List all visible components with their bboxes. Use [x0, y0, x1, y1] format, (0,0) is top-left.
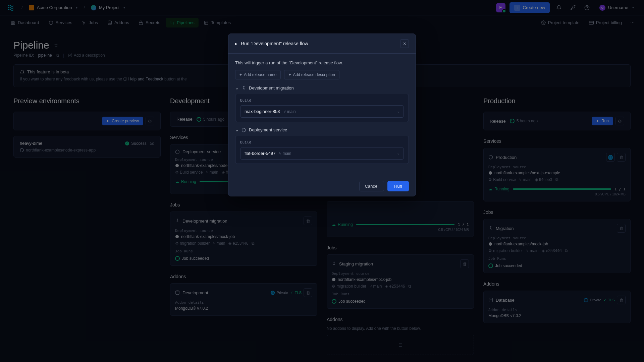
branch-icon: ⑂: [279, 151, 281, 156]
caret-right-icon: ▸: [235, 41, 237, 46]
chevron-down-icon: ⌄: [235, 127, 239, 132]
branch-icon: ⑂: [283, 109, 286, 114]
chevron-down-icon: ⌄: [397, 110, 399, 113]
section-toggle-deploy[interactable]: ⌄ Deployment service: [235, 127, 409, 132]
box-icon: [241, 128, 246, 132]
run-release-modal: ▸ Run "Development" release flow ✕ This …: [228, 34, 416, 196]
chevron-down-icon: ⌄: [397, 152, 399, 155]
build-box-1: Build max-beginner-853 ⑂main ⌄: [235, 94, 409, 122]
chevron-down-icon: ⌄: [235, 85, 239, 90]
run-button[interactable]: Run: [387, 181, 409, 191]
plus-icon: +: [288, 72, 291, 77]
svg-point-27: [244, 86, 244, 87]
close-icon[interactable]: ✕: [400, 39, 409, 48]
build-box-2: Build flat-border-5497 ⑂main ⌄: [235, 136, 409, 164]
build-select-2[interactable]: flat-border-5497 ⑂main ⌄: [240, 147, 404, 160]
cancel-button[interactable]: Cancel: [359, 181, 384, 191]
add-release-desc-button[interactable]: +Add release description: [284, 70, 339, 79]
build-select-1[interactable]: max-beginner-853 ⑂main ⌄: [240, 105, 404, 118]
add-release-name-button[interactable]: +Add release name: [235, 70, 281, 79]
section-toggle-migration[interactable]: ⌄ Development migration: [235, 85, 409, 90]
modal-description: This will trigger a run of the "Developm…: [235, 60, 409, 65]
runner-icon: [241, 86, 246, 90]
plus-icon: +: [239, 72, 242, 77]
